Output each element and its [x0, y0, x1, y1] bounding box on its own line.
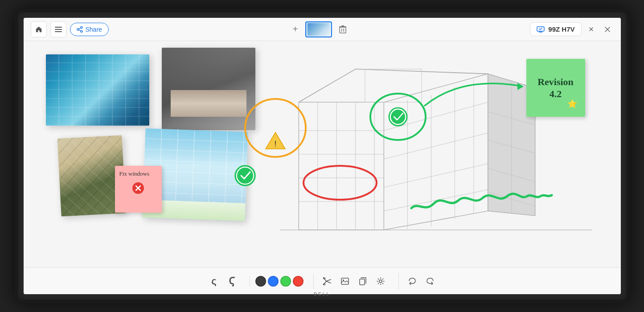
- svg-point-4: [81, 30, 82, 32]
- delete-page-button[interactable]: [336, 22, 350, 37]
- svg-rect-9: [341, 29, 342, 32]
- redo-button[interactable]: [422, 273, 438, 289]
- share-button[interactable]: Share: [70, 23, 109, 36]
- session-id: 99Z H7V: [548, 25, 574, 33]
- sticky-pink-close: [119, 182, 157, 194]
- color-green[interactable]: [280, 276, 291, 287]
- canvas-area[interactable]: !: [24, 41, 621, 267]
- sticky-note-pink: Fix windows: [115, 166, 162, 213]
- photo-concrete: [162, 48, 255, 130]
- thin-pen-button[interactable]: ς: [206, 273, 222, 289]
- svg-rect-1: [55, 29, 62, 30]
- cut-button[interactable]: [319, 273, 335, 289]
- screen: Share +: [24, 18, 621, 294]
- sticky-note-green: Revision4.2 ⭐: [526, 59, 585, 117]
- page-thumbnail[interactable]: [305, 21, 332, 37]
- svg-rect-0: [55, 27, 62, 28]
- sticky-star: ⭐: [567, 99, 577, 109]
- svg-line-29: [384, 190, 488, 211]
- thick-pen-button[interactable]: Ϛ: [224, 273, 240, 289]
- bottom-toolbar: ς Ϛ: [24, 267, 621, 294]
- svg-line-6: [78, 28, 80, 29]
- svg-point-3: [81, 26, 82, 28]
- color-black[interactable]: [255, 276, 266, 287]
- settings-button[interactable]: [373, 273, 389, 289]
- close-button[interactable]: [601, 23, 614, 36]
- brand-logo: DELL: [314, 292, 330, 297]
- color-red[interactable]: [293, 276, 304, 287]
- sticky-pink-text: Fix windows: [119, 170, 157, 177]
- svg-line-28: [384, 164, 488, 187]
- edit-tools: [313, 273, 394, 289]
- color-blue[interactable]: [268, 276, 279, 287]
- svg-rect-2: [55, 31, 62, 32]
- toolbar-left: Share: [31, 21, 109, 37]
- photo-glass-blue: [46, 54, 149, 126]
- svg-line-27: [384, 133, 488, 159]
- undo-button[interactable]: [404, 273, 420, 289]
- svg-rect-12: [341, 25, 344, 26]
- toolbar: Share +: [24, 18, 621, 41]
- svg-point-56: [343, 279, 344, 281]
- session-badge: 99Z H7V: [530, 22, 581, 36]
- svg-rect-39: [365, 69, 421, 102]
- copy-button[interactable]: [355, 273, 371, 289]
- svg-point-58: [379, 280, 382, 283]
- toolbar-right: 99Z H7V: [530, 22, 613, 36]
- monitor-icon: [537, 26, 545, 33]
- share-icon: [77, 26, 83, 33]
- svg-rect-11: [339, 26, 346, 27]
- minimize-button[interactable]: [585, 23, 598, 36]
- home-button[interactable]: [31, 21, 47, 37]
- svg-rect-10: [343, 29, 344, 32]
- thumbnail-preview: [308, 23, 330, 36]
- svg-point-5: [77, 29, 79, 30]
- monitor-frame: Share +: [15, 9, 630, 303]
- share-label: Share: [86, 26, 102, 33]
- sticky-green-text: Revision4.2: [537, 76, 574, 100]
- menu-button[interactable]: [50, 21, 66, 37]
- color-tools: [250, 276, 309, 287]
- svg-rect-17: [299, 102, 384, 230]
- svg-line-7: [78, 30, 80, 31]
- toolbar-center: +: [289, 21, 350, 37]
- image-button[interactable]: [337, 273, 353, 289]
- svg-rect-57: [360, 279, 365, 285]
- pen-tools: ς Ϛ: [201, 273, 245, 289]
- svg-line-26: [384, 102, 488, 131]
- add-page-button[interactable]: +: [289, 23, 302, 36]
- svg-rect-8: [340, 27, 346, 33]
- history-tools: [398, 273, 443, 289]
